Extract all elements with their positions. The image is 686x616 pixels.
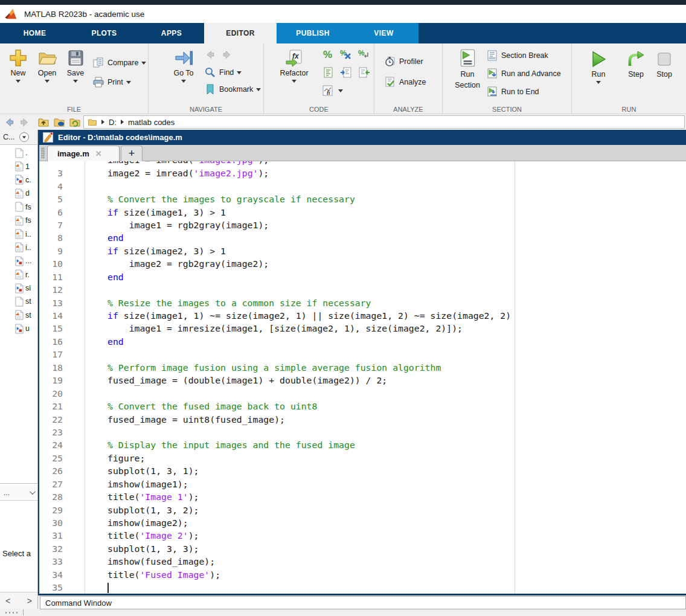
line-number[interactable]: 5 (39, 194, 85, 204)
code-line[interactable]: 22fused_image = uint8(fused_image); (39, 412, 686, 425)
file-list-item[interactable]: fs (0, 201, 37, 214)
wrap-comments-button[interactable] (358, 48, 370, 63)
file-list-item[interactable]: ... (0, 254, 37, 268)
code-line[interactable]: 19fused_image = (double(image1) + double… (39, 374, 686, 387)
tab-apps[interactable]: APPS (139, 23, 204, 43)
line-number[interactable]: 6 (39, 207, 85, 217)
line-number[interactable]: 7 (39, 220, 85, 230)
line-number[interactable]: 14 (39, 310, 85, 321)
file-list-item[interactable]: d (0, 187, 37, 200)
line-number[interactable]: 12 (39, 284, 85, 295)
breadcrumb[interactable]: D: matlab codes (83, 115, 685, 129)
breadcrumb-drive[interactable]: D: (109, 118, 117, 127)
line-number[interactable]: 19 (39, 375, 85, 385)
tab-home[interactable]: HOME (0, 23, 69, 43)
refactor-button[interactable]: Refactor (277, 48, 311, 83)
line-number[interactable]: 30 (39, 518, 85, 528)
uncomment-button[interactable] (340, 48, 352, 63)
line-number[interactable]: 9 (39, 246, 85, 256)
code-line[interactable]: 20 (39, 387, 686, 399)
line-number[interactable]: 26 (39, 466, 85, 476)
code-line[interactable]: 34title('Fused Image'); (39, 568, 686, 581)
tab-image-m[interactable]: image.m ✕ (47, 146, 120, 161)
file-list-item[interactable]: i.. (0, 227, 37, 240)
current-folder-menu-button[interactable] (19, 132, 29, 142)
code-line[interactable]: 11end (39, 271, 686, 283)
analyze-button[interactable]: Analyze (384, 76, 426, 88)
code-line[interactable]: 9if size(image2, 3) > 1 (39, 245, 686, 257)
save-button[interactable]: Save (63, 48, 88, 83)
code-line[interactable]: 23 (39, 426, 686, 438)
open-button[interactable]: Open (34, 48, 60, 83)
tab-bar-grip[interactable] (41, 147, 45, 159)
line-number[interactable]: 3 (39, 168, 85, 178)
back-icon[interactable] (204, 50, 216, 60)
code-line[interactable]: 7 image1 = rgb2gray(image1); (39, 219, 686, 231)
pager-right-icon[interactable]: > (27, 596, 32, 606)
line-number[interactable]: 17 (39, 349, 85, 359)
line-number[interactable]: 23 (39, 427, 85, 437)
editor-title-bar[interactable]: Editor - D:\matlab codes\image.m (39, 130, 686, 145)
code-line[interactable]: 16end (39, 335, 686, 348)
code-line[interactable]: 4 (39, 179, 686, 192)
line-number[interactable]: 4 (39, 181, 85, 191)
folder-up-button[interactable] (37, 116, 50, 128)
tab-plots[interactable]: PLOTS (69, 23, 139, 43)
code-line[interactable]: 10 image2 = rgb2gray(image2); (39, 257, 686, 270)
line-number[interactable]: 24 (39, 440, 85, 450)
run-section-button[interactable]: Run Section (451, 47, 484, 91)
pager-left-icon[interactable]: < (5, 596, 10, 606)
code-line[interactable]: 31title('Image 2'); (39, 529, 686, 542)
line-number[interactable]: 31 (39, 530, 85, 541)
run-to-end-button[interactable]: Run to End (486, 86, 539, 98)
current-folder-header[interactable]: C... (0, 130, 37, 145)
line-number[interactable]: 18 (39, 362, 85, 373)
indent-left-button[interactable] (358, 66, 370, 81)
resize-grip[interactable] (4, 611, 20, 614)
code-editor[interactable]: image1 = imread('image1.jpg'); 3image2 =… (39, 161, 686, 594)
code-line[interactable]: 3image2 = imread('image2.jpg'); (39, 167, 686, 179)
compare-button[interactable]: Compare (92, 57, 146, 69)
line-number[interactable]: 34 (39, 569, 85, 580)
history-back-button[interactable] (4, 117, 15, 127)
line-number[interactable]: 22 (39, 414, 85, 425)
code-line[interactable]: 28title('Image 1'); (39, 490, 686, 503)
code-line[interactable]: 32subplot(1, 3, 3); (39, 542, 686, 555)
code-line[interactable]: 25figure; (39, 452, 686, 464)
line-number[interactable]: 10 (39, 258, 85, 269)
code-line[interactable]: 14if size(image1, 1) ~= size(image2, 1) … (39, 309, 686, 322)
code-line[interactable]: 13% Resize the images to a common size i… (39, 296, 686, 309)
line-number[interactable]: 15 (39, 323, 85, 333)
print-button[interactable]: Print (92, 76, 131, 88)
line-number[interactable]: 8 (39, 233, 85, 243)
tab-editor[interactable]: EDITOR (204, 23, 277, 43)
stop-button[interactable]: Stop (652, 50, 677, 79)
breadcrumb-folder[interactable]: matlab codes (128, 118, 175, 127)
line-number[interactable]: 11 (39, 272, 85, 282)
details-panel-header[interactable]: ... (0, 485, 37, 501)
code-line[interactable]: 5% Convert the images to grayscale if ne… (39, 193, 686, 205)
file-list-item[interactable]: u (0, 322, 37, 335)
bookmark-button[interactable]: Bookmark (204, 83, 261, 95)
run-button[interactable]: Run (585, 50, 612, 84)
line-number[interactable]: 13 (39, 298, 85, 308)
browse-folder-button[interactable] (53, 116, 65, 128)
code-line[interactable]: 26subplot(1, 3, 1); (39, 464, 686, 477)
line-number[interactable]: 29 (39, 505, 85, 515)
file-list-item[interactable]: 1 (0, 159, 37, 173)
code-line[interactable]: 21% Convert the fused image back to uint… (39, 400, 686, 412)
smart-indent-button[interactable] (322, 66, 334, 81)
command-window-bar[interactable]: Command Window (40, 596, 686, 609)
tab-view[interactable]: VIEW (349, 23, 418, 43)
code-line[interactable]: 33imshow(fused_image); (39, 555, 686, 568)
file-list-item[interactable]: i.. (0, 241, 37, 254)
comment-button[interactable] (322, 48, 334, 63)
line-number[interactable]: 32 (39, 544, 85, 554)
file-list-item[interactable]: c. (0, 173, 37, 187)
indent-right-button[interactable] (340, 66, 352, 81)
file-list-item[interactable]: st (0, 295, 37, 308)
code-line[interactable]: image1 = imread('image1.jpg'); (39, 161, 686, 166)
tab-publish[interactable]: PUBLISH (277, 23, 349, 43)
line-number[interactable]: 33 (39, 556, 85, 566)
line-number[interactable]: 16 (39, 336, 85, 347)
